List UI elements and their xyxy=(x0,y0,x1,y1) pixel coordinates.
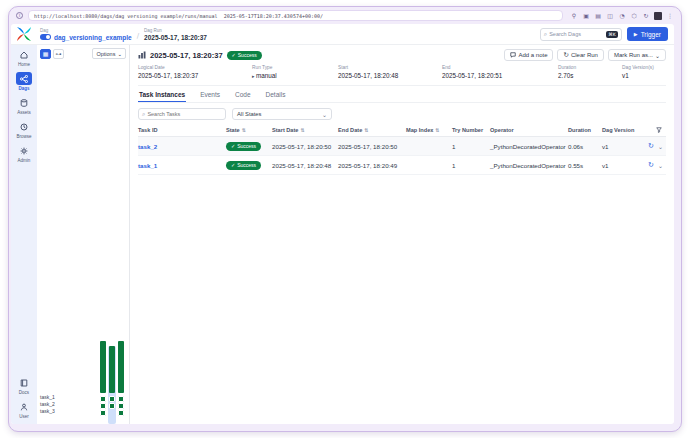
grid-task-label[interactable]: task_3 xyxy=(40,408,84,415)
search-icon: ⌕ xyxy=(142,110,145,118)
grid-task-label[interactable]: task_1 xyxy=(40,394,84,401)
browser-window: i http://localhost:8080/dags/dag_version… xyxy=(8,6,682,432)
dags-icon xyxy=(20,75,28,83)
address-bar[interactable]: http://localhost:8080/dags/dag_versionin… xyxy=(28,10,563,21)
dag-run-name: 2025-05-17, 18:20:37 xyxy=(144,34,207,41)
task-instance-cell[interactable] xyxy=(118,410,124,416)
tab-events[interactable]: Events xyxy=(199,87,221,102)
sort-icon[interactable]: ⇅ xyxy=(435,127,439,133)
detail-end: End 2025-05-17, 18:20:51 xyxy=(442,65,558,79)
clear-task-icon[interactable]: ↻ xyxy=(648,142,654,150)
sidebar-item-user[interactable]: User xyxy=(12,400,36,419)
task-id-link[interactable]: task_2 xyxy=(138,143,226,150)
state-filter-select[interactable]: All States ⌄ xyxy=(232,108,332,120)
task-instance-cell[interactable] xyxy=(100,396,106,402)
task-instance-cell[interactable] xyxy=(100,410,106,416)
clear-run-button[interactable]: ↻ Clear Run xyxy=(557,49,603,61)
browser-action-icons: ⚲▣▤◫◔⬡↻▪⋮ xyxy=(570,12,674,20)
grid-view-button[interactable]: ▦ xyxy=(40,49,51,59)
task-filters: ⌕ All States ⌄ xyxy=(138,108,666,120)
search-tasks-input[interactable]: ⌕ xyxy=(138,108,226,120)
search-dags-placeholder: Search Dags xyxy=(549,31,604,37)
detail-start: Start 2025-05-17, 18:20:48 xyxy=(338,65,442,79)
graph-view-button[interactable]: ⊶ xyxy=(53,49,64,59)
grid-run-column-selected[interactable] xyxy=(108,346,116,424)
task-id-link[interactable]: task_1 xyxy=(138,162,226,169)
copy-icon[interactable]: ▣ xyxy=(582,12,590,20)
grid-options-dropdown[interactable]: Options ⌄ xyxy=(92,48,126,59)
header-state[interactable]: State⇅ xyxy=(226,127,272,133)
header-task-id[interactable]: Task ID xyxy=(138,127,226,133)
check-icon: ✓ xyxy=(232,52,236,58)
search-tasks-field[interactable] xyxy=(147,111,222,117)
header-map-index[interactable]: Map Index⇅ xyxy=(406,127,452,133)
try-number-cell: 1 xyxy=(452,143,490,150)
sidebar-item-docs[interactable]: Docs xyxy=(12,376,36,395)
clear-task-icon[interactable]: ↻ xyxy=(648,161,654,169)
search-shortcut-badge: ⌘K xyxy=(606,31,617,38)
main-content: 2025-05-17, 18:20:37 ✓ Success Add a not… xyxy=(130,45,674,424)
start-date-cell: 2025-05-17, 18:20:48 xyxy=(272,162,338,169)
header-start-date[interactable]: Start Date⇅ xyxy=(272,127,338,133)
run-chart-icon xyxy=(138,51,146,59)
sidebar-item-home[interactable]: Home xyxy=(12,48,36,67)
page-info-icon[interactable]: i xyxy=(16,12,23,19)
dag-name-link[interactable]: dag_versioning_example xyxy=(54,34,132,41)
user-icon xyxy=(20,403,28,411)
column-filter-button[interactable] xyxy=(656,127,666,133)
task-instance-cell[interactable] xyxy=(118,403,124,409)
trigger-button[interactable]: ▶ Trigger xyxy=(627,27,668,41)
task-instance-cell[interactable] xyxy=(109,403,115,409)
grid-run-column[interactable] xyxy=(117,341,125,424)
sidebar-item-assets[interactable]: Assets xyxy=(12,96,36,115)
sort-icon[interactable]: ⇅ xyxy=(364,127,368,133)
search-dags-input[interactable]: ⌕ Search Dags ⌘K xyxy=(540,28,622,41)
sidebar-item-browse[interactable]: Browse xyxy=(12,120,36,139)
task-instances-table: Task ID State⇅ Start Date⇅ End Date⇅ Map… xyxy=(138,124,666,175)
menu-icon[interactable]: ⋮ xyxy=(666,12,674,20)
grid-run-column[interactable] xyxy=(99,341,107,424)
row-actions-chevron-icon[interactable]: ⌄ xyxy=(658,162,663,169)
search-icon: ⌕ xyxy=(544,30,547,38)
tabs-icon[interactable]: ▤ xyxy=(594,12,602,20)
screenshot-icon[interactable]: ▪ xyxy=(654,12,662,20)
task-instance-cell[interactable] xyxy=(109,396,115,402)
extensions-icon[interactable]: ⬡ xyxy=(630,12,638,20)
tab-task-instances[interactable]: Task Instances xyxy=(138,87,186,102)
refresh-icon[interactable]: ↻ xyxy=(642,12,650,20)
header-dag-version: Dag Version xyxy=(602,127,642,133)
tab-details[interactable]: Details xyxy=(265,87,287,102)
timer-icon[interactable]: ◔ xyxy=(618,12,626,20)
breadcrumb: Dag dag_versioning_example / Dag Run 202… xyxy=(40,28,207,41)
table-row[interactable]: task_2 ✓Success 2025-05-17, 18:20:50 202… xyxy=(138,137,666,156)
sidebar-item-admin[interactable]: Admin xyxy=(12,144,36,163)
browser-toolbar: i http://localhost:8080/dags/dag_version… xyxy=(9,7,681,24)
clipboard-icon[interactable]: ◫ xyxy=(606,12,614,20)
task-instance-cell[interactable] xyxy=(100,403,106,409)
run-duration-bar[interactable] xyxy=(118,341,124,393)
sort-icon[interactable]: ⇅ xyxy=(242,127,246,133)
airflow-logo-icon[interactable] xyxy=(14,24,34,44)
grid-task-labels: task_1 task_2 task_3 xyxy=(40,61,84,424)
mark-run-as-dropdown[interactable]: Mark Run as... ⌄ xyxy=(608,49,666,61)
table-row[interactable]: task_1 ✓Success 2025-05-17, 18:20:48 202… xyxy=(138,156,666,175)
run-duration-bar[interactable] xyxy=(109,346,115,393)
header-end-date[interactable]: End Date⇅ xyxy=(338,127,406,133)
assets-icon xyxy=(20,99,28,107)
browse-icon xyxy=(20,123,28,131)
add-note-button[interactable]: Add a note xyxy=(504,49,553,61)
operator-cell: _PythonDecoratedOperator xyxy=(490,143,568,150)
run-duration-bar[interactable] xyxy=(100,341,106,393)
share-icon[interactable]: ⚲ xyxy=(570,12,578,20)
task-instance-cell[interactable] xyxy=(118,396,124,402)
sort-icon[interactable]: ⇅ xyxy=(300,127,304,133)
grid-visualization: task_1 task_2 task_3 xyxy=(40,61,126,424)
tab-code[interactable]: Code xyxy=(234,87,252,102)
chevron-down-icon: ⌄ xyxy=(322,111,327,118)
dag-pause-toggle[interactable] xyxy=(40,34,51,40)
dag-run-label: Dag Run xyxy=(144,28,207,33)
task-state-badge: ✓Success xyxy=(226,161,261,170)
row-actions-chevron-icon[interactable]: ⌄ xyxy=(658,143,663,150)
grid-task-label[interactable]: task_2 xyxy=(40,401,84,408)
sidebar-item-dags[interactable]: Dags xyxy=(12,72,36,91)
